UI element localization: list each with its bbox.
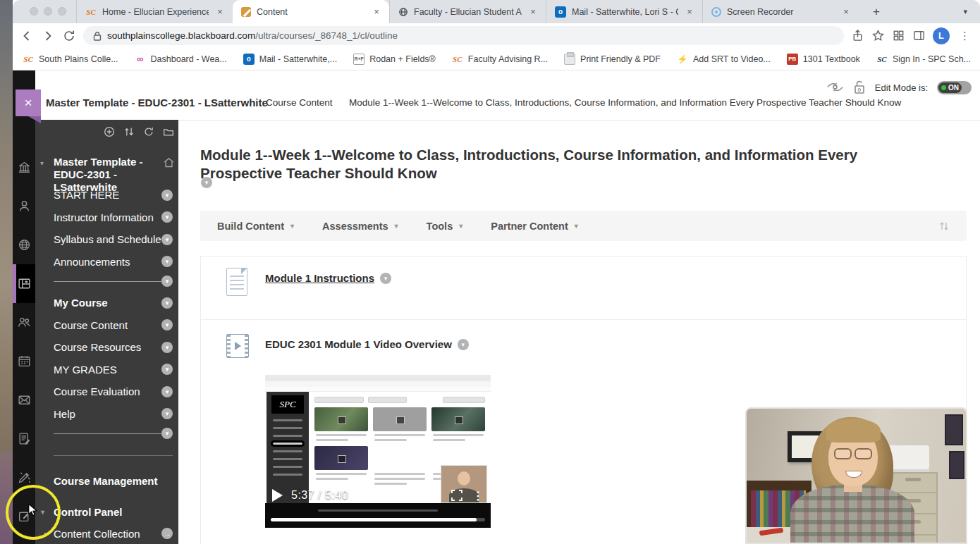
address-input[interactable]: southplainscollege.blackboard.com/ultra/… bbox=[83, 26, 844, 45]
sidebar-item-course-content[interactable]: Course Content ▾ bbox=[54, 314, 173, 337]
reload-icon[interactable] bbox=[62, 29, 76, 43]
sidebar-item-course-evaluation[interactable]: Course Evaluation ▾ bbox=[54, 381, 173, 403]
tab-screen-recorder[interactable]: Screen Recorder × bbox=[702, 0, 859, 23]
divider-options-chevron-icon[interactable]: ▾ bbox=[161, 428, 173, 439]
blackboard-favicon bbox=[241, 7, 251, 17]
breadcrumb-course-content[interactable]: Course Content bbox=[266, 97, 333, 108]
reorder-icon[interactable] bbox=[123, 125, 135, 138]
bookmark-add-srt[interactable]: ⚡ Add SRT to Video... bbox=[677, 54, 771, 65]
sidebar-item-syllabus-and-schedule[interactable]: Syllabus and Schedule ▾ bbox=[54, 228, 173, 251]
home-icon[interactable] bbox=[163, 156, 175, 168]
unlocked-padlock-icon[interactable]: 0 bbox=[853, 80, 866, 95]
bookmark-sign-in-spc[interactable]: SC Sign In - SPC Sch... bbox=[876, 54, 971, 65]
institution-icon[interactable] bbox=[13, 148, 35, 187]
sidebar-item-content-collection[interactable]: ▸ Content Collection → bbox=[54, 525, 173, 542]
minimize-window-button[interactable] bbox=[44, 7, 52, 16]
bookmark-south-plains[interactable]: SC South Plains Colle... bbox=[23, 54, 118, 65]
close-tab-icon[interactable]: × bbox=[684, 6, 695, 17]
close-tab-icon[interactable]: × bbox=[371, 6, 382, 17]
tools-menu[interactable]: Tools▾ bbox=[427, 221, 463, 232]
build-content-menu[interactable]: Build Content▾ bbox=[217, 221, 294, 232]
tab-content[interactable]: Content × bbox=[233, 0, 389, 23]
bookmark-dashboard[interactable]: ∞ Dashboard - Wea... bbox=[135, 54, 227, 65]
folder-view-icon[interactable] bbox=[162, 125, 175, 138]
assessments-menu[interactable]: Assessments▾ bbox=[322, 221, 398, 232]
messages-icon[interactable] bbox=[13, 381, 35, 419]
globe-icon[interactable] bbox=[13, 225, 35, 264]
back-icon[interactable] bbox=[20, 29, 34, 43]
bookmark-faculty-advising[interactable]: SC Faculty Advising R... bbox=[452, 54, 548, 65]
add-content-icon[interactable] bbox=[103, 125, 116, 138]
item-options-chevron-icon[interactable]: ▾ bbox=[161, 234, 173, 245]
item-options-chevron-icon[interactable]: ▾ bbox=[380, 273, 391, 284]
video-menu-icon[interactable]: ⋮ bbox=[472, 489, 484, 502]
courses-icon[interactable] bbox=[13, 264, 35, 303]
close-icon: × bbox=[24, 95, 32, 111]
wall-photo bbox=[945, 414, 963, 445]
edit-mode-toggle[interactable]: ON bbox=[937, 81, 972, 94]
sidebar-item-instructor-information[interactable]: Instructor Information ▾ bbox=[54, 206, 173, 229]
sidebar-item-help[interactable]: Help ▾ bbox=[54, 403, 173, 426]
item-options-chevron-icon[interactable]: ▾ bbox=[161, 297, 173, 309]
close-tab-icon[interactable]: × bbox=[527, 6, 539, 17]
volume-icon[interactable] bbox=[427, 488, 441, 502]
collapse-triangle-icon[interactable]: ▾ bbox=[40, 159, 44, 167]
close-tab-icon[interactable]: × bbox=[840, 6, 852, 17]
forward-icon[interactable] bbox=[41, 29, 55, 43]
maximize-window-button[interactable] bbox=[58, 7, 66, 16]
item-options-chevron-icon[interactable]: ▾ bbox=[161, 408, 173, 419]
item-options-chevron-icon[interactable]: ▾ bbox=[161, 364, 173, 375]
sidebar-item-my-grades[interactable]: MY GRADES ▾ bbox=[54, 359, 173, 381]
divider-options-chevron-icon[interactable]: ▾ bbox=[161, 276, 173, 287]
fullscreen-icon[interactable] bbox=[450, 488, 464, 502]
partner-content-menu[interactable]: Partner Content▾ bbox=[491, 221, 578, 232]
menu-divider: ▾ bbox=[54, 433, 173, 434]
share-icon[interactable] bbox=[851, 29, 864, 42]
new-tab-button[interactable]: + bbox=[869, 5, 884, 19]
profile-icon[interactable] bbox=[13, 187, 35, 225]
video-player[interactable]: SPC bbox=[265, 375, 491, 528]
side-panel-icon[interactable] bbox=[912, 29, 926, 42]
sidebar-item-control-panel[interactable]: ▾ Control Panel bbox=[54, 503, 173, 520]
student-preview-icon[interactable] bbox=[826, 80, 844, 94]
management-divider bbox=[54, 455, 173, 456]
groups-icon[interactable] bbox=[13, 303, 35, 342]
item-options-chevron-icon[interactable]: ▾ bbox=[161, 342, 173, 353]
refresh-icon[interactable] bbox=[142, 125, 155, 138]
calendar-icon[interactable] bbox=[13, 342, 35, 381]
close-window-button[interactable] bbox=[30, 7, 38, 16]
item-options-chevron-icon[interactable]: ▾ bbox=[161, 256, 173, 267]
grades-icon[interactable] bbox=[13, 419, 35, 458]
item-options-chevron-icon[interactable]: ▾ bbox=[161, 319, 173, 330]
item-options-chevron-icon[interactable]: ▾ bbox=[161, 190, 173, 201]
tab-mail-outlook[interactable]: o Mail - Satterwhite, Lori S - Ou × bbox=[546, 0, 702, 23]
bookmark-1301-textbook[interactable]: PB 1301 Textbook bbox=[787, 54, 860, 65]
profile-avatar[interactable]: L bbox=[933, 27, 950, 44]
open-arrow-icon[interactable]: → bbox=[161, 528, 173, 539]
item-options-chevron-icon[interactable]: ▾ bbox=[161, 211, 173, 223]
bookmark-star-icon[interactable] bbox=[871, 29, 885, 42]
bookmark-mail[interactable]: o Mail - Satterwhite,... bbox=[243, 54, 337, 65]
tab-faculty-ellucian[interactable]: Faculty - Ellucian Student App × bbox=[389, 0, 546, 23]
item-options-chevron-icon[interactable]: ▾ bbox=[161, 386, 173, 397]
tab-home-ellucian[interactable]: SC Home - Ellucian Experience × bbox=[76, 0, 233, 23]
sidebar-item-announcements[interactable]: Announcements ▾ bbox=[54, 251, 173, 273]
close-tab-icon[interactable]: × bbox=[214, 6, 226, 17]
reorder-items-icon[interactable] bbox=[938, 221, 950, 232]
browser-menu-icon[interactable]: ⋮ bbox=[957, 30, 973, 42]
sidebar-item-my-course[interactable]: My Course ▾ bbox=[54, 292, 173, 314]
bookmark-label: Rodan + Fields® bbox=[369, 54, 436, 64]
extensions-icon[interactable] bbox=[892, 29, 905, 42]
close-menu-button[interactable]: × bbox=[16, 89, 41, 116]
bookmark-rodan-fields[interactable]: R+F Rodan + Fields® bbox=[353, 54, 436, 65]
play-icon[interactable] bbox=[272, 489, 283, 502]
module-1-instructions-link[interactable]: Module 1 Instructions bbox=[265, 272, 374, 284]
sidebar-item-course-resources[interactable]: Course Resources ▾ bbox=[54, 336, 173, 359]
bookmark-print-friendly[interactable]: Print Friendly & PDF bbox=[564, 54, 661, 65]
title-options-chevron-icon[interactable]: ▾ bbox=[201, 177, 212, 188]
outlook-favicon: o bbox=[555, 6, 566, 18]
video-progress-bar[interactable] bbox=[271, 518, 485, 521]
sidebar-item-start-here[interactable]: START HERE ▾ bbox=[54, 184, 173, 206]
item-options-chevron-icon[interactable]: ▾ bbox=[458, 339, 469, 350]
tab-overflow-chevron-icon[interactable]: ▾ bbox=[950, 7, 980, 16]
